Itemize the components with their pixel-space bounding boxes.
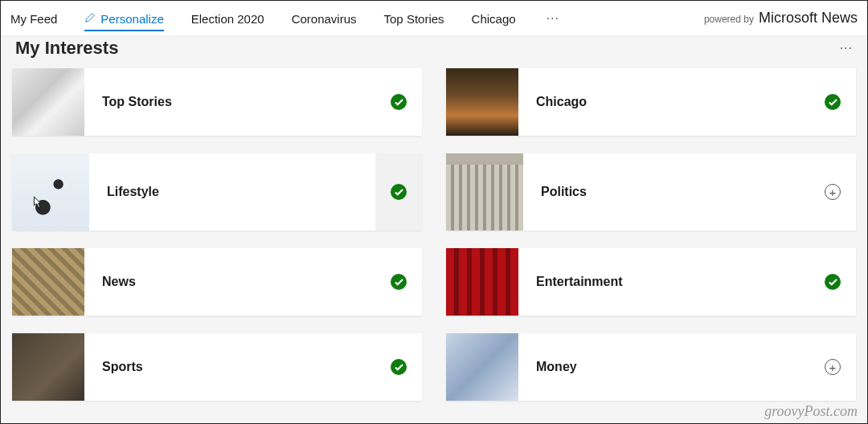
interest-toggle-sports[interactable]	[375, 333, 422, 401]
thumbnail-chicago	[446, 68, 518, 136]
top-navbar: My Feed Personalize Election 2020 Corona…	[1, 1, 867, 36]
interest-card-chicago[interactable]: Chicago	[446, 68, 856, 136]
checkmark-icon	[825, 274, 841, 290]
nav-personalize[interactable]: Personalize	[84, 6, 163, 31]
interest-label: Lifestyle	[89, 185, 375, 199]
title-row: My Interests ···	[1, 36, 867, 65]
page-more-button[interactable]: ···	[840, 41, 853, 55]
thumbnail-entertainment	[446, 248, 518, 316]
interest-toggle-politics[interactable]: +	[809, 153, 856, 230]
interest-card-entertainment[interactable]: Entertainment	[446, 248, 856, 316]
watermark: groovyPost.com	[764, 403, 858, 420]
interest-card-news[interactable]: News	[12, 248, 422, 316]
interest-card-top-stories[interactable]: Top Stories	[12, 68, 422, 136]
interest-label: Chicago	[518, 95, 809, 109]
checkmark-icon	[825, 94, 841, 110]
interest-card-lifestyle[interactable]: Lifestyle	[12, 153, 422, 230]
nav-election-2020[interactable]: Election 2020	[191, 6, 264, 31]
nav-personalize-label: Personalize	[100, 12, 163, 26]
thumbnail-news	[12, 248, 84, 316]
nav-top-stories[interactable]: Top Stories	[384, 6, 444, 31]
interest-toggle-entertainment[interactable]	[809, 248, 856, 316]
interest-toggle-lifestyle[interactable]	[375, 153, 422, 230]
nav-chicago[interactable]: Chicago	[472, 6, 516, 31]
interest-toggle-top-stories[interactable]	[375, 68, 422, 136]
checkmark-icon	[391, 274, 407, 290]
powered-by-prefix: powered by	[704, 14, 754, 25]
plus-icon: +	[825, 359, 841, 375]
powered-by-brand: Microsoft News	[759, 10, 858, 26]
plus-icon: +	[825, 184, 841, 200]
pencil-icon	[84, 12, 96, 26]
interest-toggle-news[interactable]	[375, 248, 422, 316]
nav-coronavirus[interactable]: Coronavirus	[292, 6, 357, 31]
thumbnail-sports	[12, 333, 84, 401]
interest-label: News	[84, 275, 375, 289]
interest-toggle-money[interactable]: +	[809, 333, 856, 401]
thumbnail-politics	[446, 153, 523, 230]
powered-by: powered by Microsoft News	[704, 10, 858, 26]
interest-card-sports[interactable]: Sports	[12, 333, 422, 401]
checkmark-icon	[391, 359, 407, 375]
nav-more-button[interactable]: ···	[543, 11, 563, 26]
interest-label: Top Stories	[84, 95, 375, 109]
interest-label: Entertainment	[518, 275, 809, 289]
thumbnail-top-stories	[12, 68, 84, 136]
page-title: My Interests	[15, 38, 118, 59]
thumbnail-lifestyle	[12, 153, 89, 230]
interest-card-money[interactable]: Money +	[446, 333, 856, 401]
interest-toggle-chicago[interactable]	[809, 68, 856, 136]
checkmark-icon	[391, 184, 407, 200]
interest-label: Sports	[84, 360, 375, 374]
checkmark-icon	[391, 94, 407, 110]
interest-card-politics[interactable]: Politics +	[446, 153, 856, 230]
interest-label: Politics	[523, 185, 809, 199]
nav-my-feed[interactable]: My Feed	[10, 6, 57, 31]
thumbnail-money	[446, 333, 518, 401]
interest-label: Money	[518, 360, 809, 374]
interest-grid: Top Stories Chicago Lifestyle Politics +…	[1, 65, 867, 401]
